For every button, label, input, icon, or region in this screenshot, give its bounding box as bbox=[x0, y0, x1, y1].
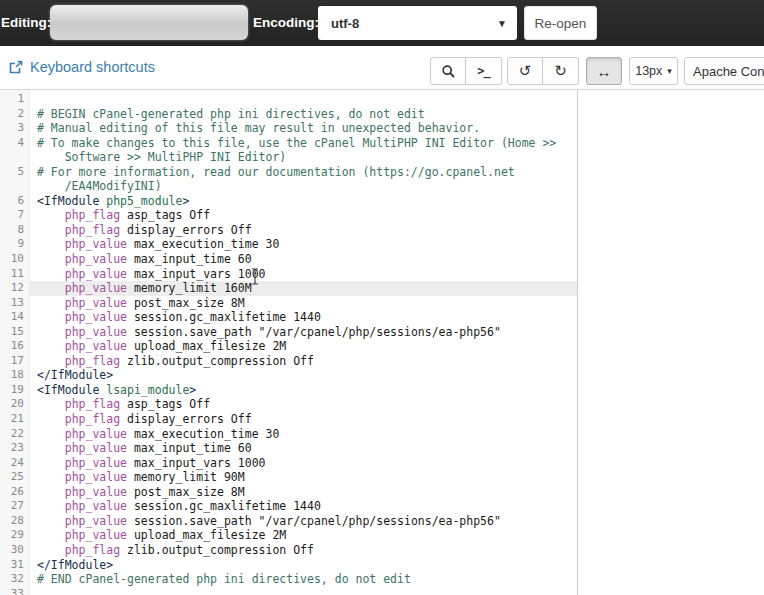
code-token: php_value bbox=[65, 325, 127, 339]
line-number: 28 bbox=[0, 514, 29, 529]
code-token: <IfModule bbox=[37, 383, 106, 397]
line-number-gutter: 1234567891011121314151617181920212223242… bbox=[0, 90, 30, 595]
code-line[interactable]: Software >> MultiPHP INI Editor) bbox=[30, 150, 577, 165]
terminal-button[interactable]: >_ bbox=[466, 57, 502, 85]
line-number: 16 bbox=[0, 339, 29, 354]
code-line[interactable]: php_value upload_max_filesize 2M bbox=[30, 528, 577, 543]
code-line[interactable]: # END cPanel-generated php ini directive… bbox=[30, 572, 577, 587]
code-token: /EA4ModifyINI) bbox=[37, 179, 162, 193]
line-number: 3 bbox=[0, 121, 29, 136]
code-token: upload_max_filesize 2M bbox=[127, 528, 286, 542]
code-line[interactable]: php_value max_input_time 60 bbox=[30, 252, 577, 267]
encoding-select[interactable]: utf-8 ▼ bbox=[318, 6, 517, 40]
code-token: php_flag bbox=[65, 223, 120, 237]
code-token: php_value bbox=[65, 470, 127, 484]
word-wrap-toggle-button[interactable]: ↔ bbox=[586, 57, 622, 85]
code-token bbox=[37, 397, 65, 411]
code-token bbox=[37, 267, 65, 281]
code-token: session.gc_maxlifetime 1440 bbox=[127, 499, 321, 513]
code-line[interactable]: <IfModule lsapi_module> bbox=[30, 383, 577, 398]
chevron-down-icon: ▼ bbox=[497, 18, 507, 29]
code-line[interactable]: # To make changes to this file, use the … bbox=[30, 136, 577, 151]
code-line[interactable]: php_flag display_errors Off bbox=[30, 412, 577, 427]
line-number: 11 bbox=[0, 267, 29, 282]
code-line[interactable]: php_value memory_limit 160M bbox=[30, 281, 577, 296]
search-button[interactable] bbox=[430, 57, 466, 85]
code-line[interactable] bbox=[30, 92, 577, 107]
code-token bbox=[37, 339, 65, 353]
code-line[interactable]: <IfModule php5_module> bbox=[30, 194, 577, 209]
code-line[interactable]: php_value upload_max_filesize 2M bbox=[30, 339, 577, 354]
redo-button[interactable]: ↻ bbox=[543, 57, 579, 85]
code-line[interactable]: </IfModule> bbox=[30, 368, 577, 383]
code-token: # END cPanel-generated php ini directive… bbox=[37, 572, 411, 586]
line-number: 23 bbox=[0, 441, 29, 456]
font-size-select[interactable]: 13px ▾ bbox=[629, 57, 678, 85]
code-token bbox=[37, 252, 65, 266]
line-number bbox=[0, 150, 29, 165]
line-number: 9 bbox=[0, 237, 29, 252]
code-token: # For more information, read our documen… bbox=[37, 165, 515, 179]
encoding-label: Encoding: bbox=[253, 15, 319, 30]
code-token: max_execution_time 30 bbox=[127, 427, 279, 441]
syntax-select[interactable]: Apache Con bbox=[684, 57, 764, 85]
code-line[interactable]: php_value max_execution_time 30 bbox=[30, 237, 577, 252]
line-number: 8 bbox=[0, 223, 29, 238]
code-line[interactable]: php_flag display_errors Off bbox=[30, 223, 577, 238]
code-line[interactable]: php_value session.gc_maxlifetime 1440 bbox=[30, 499, 577, 514]
code-token bbox=[37, 281, 65, 295]
reopen-button[interactable]: Re-open bbox=[524, 6, 597, 40]
line-number: 19 bbox=[0, 383, 29, 398]
filename-field[interactable] bbox=[50, 5, 248, 40]
code-token bbox=[37, 208, 65, 222]
code-line[interactable]: php_value max_input_time 60 bbox=[30, 441, 577, 456]
code-token: max_input_vars 1000 bbox=[127, 456, 265, 470]
code-token: php5_module bbox=[106, 194, 182, 208]
code-line[interactable]: php_value max_execution_time 30 bbox=[30, 427, 577, 442]
code-token bbox=[37, 456, 65, 470]
code-token bbox=[37, 514, 65, 528]
code-line[interactable]: php_value memory_limit 90M bbox=[30, 470, 577, 485]
code-token: php_flag bbox=[65, 397, 120, 411]
code-line[interactable]: php_value post_max_size 8M bbox=[30, 485, 577, 500]
editing-label: Editing: bbox=[1, 15, 51, 30]
code-line[interactable]: php_flag asp_tags Off bbox=[30, 397, 577, 412]
syntax-value: Apache Con bbox=[693, 64, 764, 79]
code-token bbox=[37, 237, 65, 251]
code-area[interactable]: # BEGIN cPanel-generated php ini directi… bbox=[30, 90, 577, 595]
code-line[interactable]: php_value max_input_vars 1000 bbox=[30, 267, 577, 282]
code-token: asp_tags Off bbox=[120, 397, 210, 411]
code-line[interactable]: </IfModule> bbox=[30, 558, 577, 573]
code-line[interactable]: # Manual editing of this file may result… bbox=[30, 121, 577, 136]
chevron-down-icon: ▾ bbox=[667, 66, 672, 76]
code-token bbox=[37, 470, 65, 484]
code-line[interactable]: php_value max_input_vars 1000 bbox=[30, 456, 577, 471]
code-token: php_value bbox=[65, 427, 127, 441]
code-line[interactable]: # For more information, read our documen… bbox=[30, 165, 577, 180]
code-line[interactable]: php_flag zlib.output_compression Off bbox=[30, 543, 577, 558]
code-line[interactable]: # BEGIN cPanel-generated php ini directi… bbox=[30, 107, 577, 122]
external-link-icon bbox=[8, 59, 24, 75]
undo-button[interactable]: ↺ bbox=[507, 57, 543, 85]
code-editor: 1234567891011121314151617181920212223242… bbox=[0, 90, 764, 595]
code-token: php_value bbox=[65, 296, 127, 310]
terminal-icon: >_ bbox=[477, 64, 489, 78]
code-line[interactable]: php_value post_max_size 8M bbox=[30, 296, 577, 311]
line-number: 5 bbox=[0, 165, 29, 180]
code-token: max_execution_time 30 bbox=[127, 237, 279, 251]
code-line[interactable]: php_value session.save_path "/var/cpanel… bbox=[30, 325, 577, 340]
code-line[interactable]: php_value session.gc_maxlifetime 1440 bbox=[30, 310, 577, 325]
code-token: php_flag bbox=[65, 412, 120, 426]
keyboard-shortcuts-link[interactable]: Keyboard shortcuts bbox=[8, 59, 155, 75]
code-line[interactable]: /EA4ModifyINI) bbox=[30, 179, 577, 194]
code-line[interactable]: php_flag zlib.output_compression Off bbox=[30, 354, 577, 369]
font-size-value: 13px bbox=[635, 64, 662, 78]
code-token bbox=[37, 441, 65, 455]
code-line[interactable]: php_flag asp_tags Off bbox=[30, 208, 577, 223]
code-token: max_input_vars 1000 bbox=[127, 267, 265, 281]
code-token: php_value bbox=[65, 267, 127, 281]
code-token: php_flag bbox=[65, 543, 120, 557]
code-line[interactable] bbox=[30, 587, 577, 595]
code-line[interactable]: php_value session.save_path "/var/cpanel… bbox=[30, 514, 577, 529]
code-token: > bbox=[182, 194, 189, 208]
